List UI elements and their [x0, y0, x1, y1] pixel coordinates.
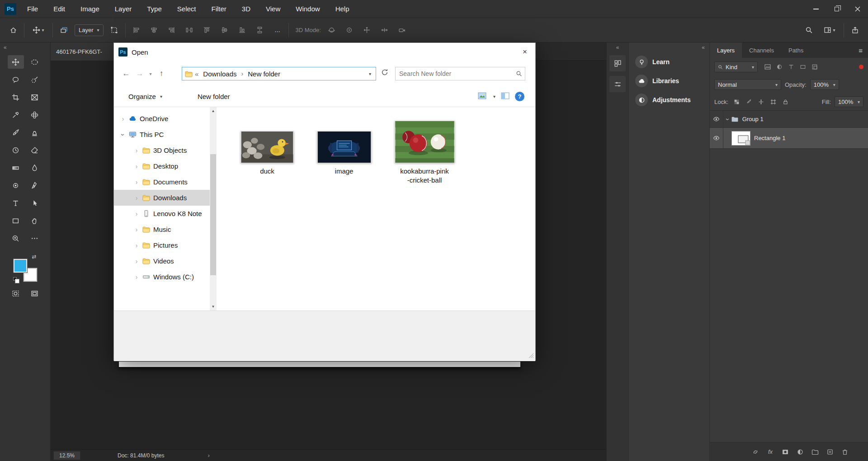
- foreground-color-swatch[interactable]: [14, 259, 27, 273]
- recent-locations-icon[interactable]: ▾: [146, 71, 155, 76]
- path-selection-tool[interactable]: [27, 196, 43, 210]
- rail-item-adjustments[interactable]: Adjustments: [629, 92, 709, 108]
- menu-file[interactable]: File: [26, 4, 39, 14]
- distribute-vertical-icon[interactable]: [253, 24, 267, 37]
- expand-chevron-icon[interactable]: ›: [134, 226, 139, 233]
- tree-item-desktop[interactable]: › Desktop: [114, 158, 210, 174]
- brush-tool[interactable]: [8, 126, 24, 139]
- pen-tool[interactable]: [27, 179, 43, 192]
- refresh-icon[interactable]: [381, 68, 392, 79]
- expand-chevron-icon[interactable]: ›: [134, 258, 139, 265]
- expand-chevron-icon[interactable]: ›: [134, 163, 139, 170]
- file-item-kookaburra-pink-cricket-ball[interactable]: kookaburra-pink -cricket-ball: [394, 109, 455, 185]
- type-tool[interactable]: [8, 196, 24, 210]
- layer-style-icon[interactable]: fx: [764, 447, 776, 457]
- tree-item-pictures[interactable]: › Pictures: [114, 237, 210, 253]
- preview-pane-icon[interactable]: [501, 92, 509, 101]
- layer-row-rectangle-1[interactable]: Rectangle 1: [710, 128, 868, 149]
- menu-window[interactable]: Window: [295, 4, 321, 14]
- zoom-level-field[interactable]: 12.5%: [53, 451, 80, 460]
- 3d-orbit-icon[interactable]: [325, 24, 339, 37]
- align-bottom-icon[interactable]: [236, 24, 249, 37]
- blur-tool[interactable]: [27, 161, 43, 174]
- rail-item-libraries[interactable]: Libraries: [629, 73, 709, 89]
- expand-chevron-icon[interactable]: ›: [134, 179, 139, 186]
- file-item-image[interactable]: image: [316, 109, 372, 176]
- expand-chevron-icon[interactable]: ›: [134, 242, 139, 249]
- scrollbar-thumb[interactable]: [210, 154, 216, 275]
- tab-paths[interactable]: Paths: [781, 42, 811, 58]
- expand-chevron-icon[interactable]: ›: [134, 194, 139, 202]
- new-folder-button[interactable]: New folder: [194, 91, 234, 102]
- rail-item-learn[interactable]: Learn: [629, 54, 709, 70]
- lock-all-icon[interactable]: [781, 97, 790, 106]
- tree-item-windows-c[interactable]: › Windows (C:): [114, 269, 210, 285]
- file-item-duck[interactable]: duck: [240, 109, 294, 176]
- quick-mask-button[interactable]: [8, 287, 24, 300]
- filter-kind-dropdown[interactable]: Kind ▾: [714, 61, 758, 72]
- restore-button[interactable]: [826, 0, 847, 18]
- collapsed-panel-icon-properties[interactable]: [609, 76, 626, 92]
- tree-item-downloads[interactable]: › Downloads: [114, 190, 210, 206]
- filter-type-icon[interactable]: [787, 62, 796, 71]
- tree-item-music[interactable]: › Music: [114, 221, 210, 237]
- scroll-down-icon[interactable]: ▼: [210, 303, 217, 310]
- forward-button[interactable]: →: [133, 67, 146, 80]
- swap-colors-icon[interactable]: ⇄: [32, 254, 36, 260]
- expand-dock-icon[interactable]: «: [607, 42, 628, 51]
- filter-adjustment-icon[interactable]: [775, 62, 784, 71]
- breadcrumb-overflow-icon[interactable]: «: [195, 70, 198, 78]
- view-options-icon[interactable]: ▾: [493, 94, 495, 99]
- fill-dropdown[interactable]: 100% ▾: [835, 96, 863, 107]
- back-button[interactable]: ←: [119, 67, 133, 80]
- 3d-camera-icon[interactable]: [396, 24, 409, 37]
- blend-mode-dropdown[interactable]: Normal ▾: [714, 79, 781, 90]
- eraser-tool[interactable]: [27, 143, 43, 157]
- tree-item-documents[interactable]: › Documents: [114, 174, 210, 190]
- share-icon[interactable]: [848, 24, 862, 37]
- lasso-tool[interactable]: [8, 73, 24, 86]
- link-layers-icon[interactable]: [750, 447, 761, 457]
- eyedropper-tool[interactable]: [8, 108, 24, 122]
- quick-selection-tool[interactable]: [27, 73, 43, 86]
- address-bar[interactable]: « Downloads › New folder ▾: [182, 67, 376, 80]
- auto-select-layer-dropdown[interactable]: Layer ▾: [75, 24, 104, 36]
- dodge-tool[interactable]: [8, 179, 24, 192]
- menu-help[interactable]: Help: [335, 4, 350, 14]
- lock-transparent-icon[interactable]: [732, 97, 741, 106]
- expand-chevron-icon[interactable]: ›: [120, 115, 126, 122]
- align-left-icon[interactable]: [130, 24, 143, 37]
- default-colors-icon[interactable]: [13, 277, 17, 281]
- new-layer-icon[interactable]: [824, 447, 836, 457]
- tab-layers[interactable]: Layers: [710, 42, 742, 58]
- organize-button[interactable]: Organize ▾: [125, 91, 166, 102]
- search-icon[interactable]: [513, 71, 525, 77]
- menu-view[interactable]: View: [265, 4, 281, 14]
- workspace-icon[interactable]: ▾: [820, 24, 840, 37]
- gradient-tool[interactable]: [8, 161, 24, 174]
- group-expand-icon[interactable]: ›: [724, 118, 731, 120]
- tree-item-onedrive[interactable]: › OneDrive: [114, 111, 210, 127]
- view-thumbnails-icon[interactable]: [478, 92, 486, 101]
- resize-grip[interactable]: [528, 352, 534, 360]
- align-top-icon[interactable]: [200, 24, 214, 37]
- more-align-options-button[interactable]: …: [271, 24, 284, 37]
- 3d-roll-icon[interactable]: [343, 24, 356, 37]
- distribute-horizontal-icon[interactable]: [183, 24, 196, 37]
- tree-scrollbar[interactable]: ▲ ▼: [210, 107, 217, 310]
- dialog-close-button[interactable]: ×: [514, 43, 535, 61]
- lock-pixels-icon[interactable]: [744, 97, 753, 106]
- tree-item-lenovo-k8-note[interactable]: › Lenovo K8 Note: [114, 206, 210, 221]
- rectangle-tool[interactable]: [8, 214, 24, 227]
- collapse-panel-icon[interactable]: «: [4, 44, 7, 51]
- menu-select[interactable]: Select: [176, 4, 197, 14]
- align-center-horizontal-icon[interactable]: [147, 24, 161, 37]
- visibility-toggle[interactable]: [710, 111, 723, 127]
- home-button[interactable]: [6, 24, 20, 37]
- minimize-button[interactable]: [806, 0, 826, 18]
- auto-select-icon[interactable]: [57, 24, 71, 37]
- tab-channels[interactable]: Channels: [742, 42, 781, 58]
- spot-healing-tool[interactable]: [27, 108, 43, 122]
- edit-toolbar-button[interactable]: [27, 231, 43, 245]
- hand-tool[interactable]: [27, 214, 43, 227]
